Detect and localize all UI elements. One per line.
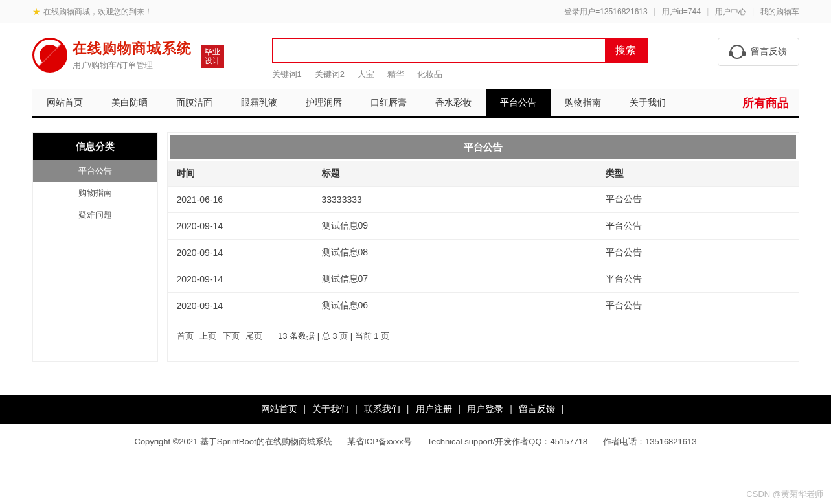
col-type: 类型 [597, 161, 799, 187]
footer-link[interactable]: 网站首页 [261, 404, 297, 414]
sidebar-item[interactable]: 疑难问题 [33, 204, 157, 226]
graduation-badge: 毕业 设计 [201, 45, 224, 68]
sidebar-title: 信息分类 [33, 133, 157, 160]
support: Technical support/开发作者QQ：45157718 [427, 437, 587, 446]
separator: | [654, 7, 655, 16]
nav-item[interactable]: 美白防晒 [97, 89, 162, 116]
feedback-area: 留言反馈 [718, 38, 799, 66]
search-area: 搜索 关键词1关键词2大宝精华化妆品 [272, 38, 648, 80]
page-first[interactable]: 首页 [177, 331, 194, 341]
page-next[interactable]: 下页 [223, 331, 240, 341]
user-id: 用户id=744 [662, 7, 701, 16]
nav-item[interactable]: 网站首页 [32, 89, 97, 116]
user-center-link[interactable]: 用户中心 [715, 7, 746, 16]
cell-type: 平台公告 [597, 293, 799, 319]
col-time: 时间 [168, 161, 313, 187]
nav-item[interactable]: 口红唇膏 [356, 89, 421, 116]
all-products-link[interactable]: 所有商品 [742, 89, 799, 116]
logo-title: 在线购物商城系统 [73, 39, 192, 58]
table-row[interactable]: 2020-09-14测试信息07平台公告 [168, 266, 799, 293]
nav-item[interactable]: 关于我们 [615, 89, 680, 116]
keyword-link[interactable]: 关键词2 [315, 69, 345, 79]
my-cart-link[interactable]: 我的购物车 [760, 7, 799, 16]
col-title: 标题 [313, 161, 597, 187]
topbar: ★ 在线购物商城，欢迎您的到来！ 登录用户=13516821613 | 用户id… [0, 0, 831, 23]
header: 在线购物商城系统 用户/购物车/订单管理 毕业 设计 搜索 关键词1关键词2大宝… [27, 23, 804, 123]
keyword-link[interactable]: 大宝 [358, 69, 374, 79]
cell-time: 2020-09-14 [168, 293, 313, 319]
footer-link[interactable]: 用户登录 [467, 404, 503, 414]
cell-title: 测试信息07 [313, 266, 597, 293]
sidebar-item[interactable]: 平台公告 [33, 160, 157, 182]
login-user: 登录用户=13516821613 [564, 7, 647, 16]
star-icon: ★ [32, 0, 41, 23]
cell-type: 平台公告 [597, 266, 799, 293]
footer-nav: 网站首页|关于我们|联系我们|用户注册|用户登录|留言反馈| [0, 395, 831, 424]
logo-subtitle: 用户/购物车/订单管理 [73, 60, 192, 71]
search-input[interactable] [273, 39, 605, 62]
keyword-row: 关键词1关键词2大宝精华化妆品 [272, 69, 648, 80]
separator: | [707, 7, 709, 16]
content-panel: 平台公告 时间 标题 类型 2021-06-1633333333平台公告2020… [167, 132, 799, 362]
separator: | [562, 404, 564, 414]
logo-area[interactable]: 在线购物商城系统 用户/购物车/订单管理 毕业 设计 [32, 38, 272, 73]
nav-item[interactable]: 护理润唇 [291, 89, 356, 116]
cell-type: 平台公告 [597, 187, 799, 213]
separator: | [304, 404, 306, 414]
sidebar: 信息分类 平台公告购物指南疑难问题 [32, 132, 158, 362]
page-prev[interactable]: 上页 [199, 331, 216, 341]
cell-time: 2021-06-16 [168, 187, 313, 213]
footer-link[interactable]: 用户注册 [416, 404, 452, 414]
logo-icon [32, 38, 67, 73]
table-row[interactable]: 2021-06-1633333333平台公告 [168, 187, 799, 213]
nav-item[interactable]: 面膜洁面 [162, 89, 227, 116]
topbar-right: 登录用户=13516821613 | 用户id=744 | 用户中心 | 我的购… [564, 0, 799, 23]
separator: | [355, 404, 358, 414]
table-row[interactable]: 2020-09-14测试信息09平台公告 [168, 213, 799, 240]
separator: | [510, 404, 512, 414]
cell-time: 2020-09-14 [168, 266, 313, 293]
separator: | [459, 404, 461, 414]
main-content: 信息分类 平台公告购物指南疑难问题 平台公告 时间 标题 类型 2021-06-… [27, 123, 804, 388]
keyword-link[interactable]: 化妆品 [417, 69, 442, 79]
cell-title: 测试信息06 [313, 293, 597, 319]
nav-item[interactable]: 眼霜乳液 [227, 89, 291, 116]
footer-link[interactable]: 关于我们 [312, 404, 348, 414]
nav-item[interactable]: 平台公告 [486, 89, 551, 116]
sidebar-item[interactable]: 购物指南 [33, 182, 157, 204]
nav-item[interactable]: 购物指南 [551, 89, 615, 116]
cell-title: 33333333 [313, 187, 597, 213]
author-phone: 作者电话：13516821613 [603, 437, 697, 446]
welcome-area: ★ 在线购物商城，欢迎您的到来！ [32, 0, 152, 23]
keyword-link[interactable]: 精华 [387, 69, 404, 79]
separator: | [407, 404, 409, 414]
keyword-link[interactable]: 关键词1 [272, 69, 302, 79]
table-row[interactable]: 2020-09-14测试信息08平台公告 [168, 240, 799, 266]
footer-link[interactable]: 联系我们 [364, 404, 400, 414]
announcement-table: 时间 标题 类型 2021-06-1633333333平台公告2020-09-1… [168, 161, 799, 319]
headset-icon [730, 45, 744, 59]
badge-line2: 设计 [205, 56, 220, 65]
feedback-button[interactable]: 留言反馈 [718, 38, 799, 66]
cell-title: 测试信息08 [313, 240, 597, 266]
cell-type: 平台公告 [597, 240, 799, 266]
main-nav: 网站首页美白防晒面膜洁面眼霜乳液护理润唇口红唇膏香水彩妆平台公告购物指南关于我们… [32, 89, 799, 118]
cell-time: 2020-09-14 [168, 240, 313, 266]
cell-time: 2020-09-14 [168, 213, 313, 240]
badge-line1: 毕业 [205, 47, 220, 56]
cell-type: 平台公告 [597, 213, 799, 240]
footer-info: Copyright ©2021 基于SprintBoot的在线购物商城系统 某省… [0, 424, 831, 474]
icp: 某省ICP备xxxx号 [347, 437, 412, 446]
nav-item[interactable]: 香水彩妆 [421, 89, 486, 116]
feedback-label: 留言反馈 [751, 46, 787, 58]
cell-title: 测试信息09 [313, 213, 597, 240]
page-info: 13 条数据 | 总 3 页 | 当前 1 页 [278, 331, 389, 341]
separator: | [752, 7, 754, 16]
page-last[interactable]: 尾页 [245, 331, 262, 341]
search-button[interactable]: 搜索 [605, 39, 646, 62]
panel-title: 平台公告 [170, 135, 796, 159]
pagination: 首页 上页 下页 尾页 13 条数据 | 总 3 页 | 当前 1 页 [168, 319, 799, 342]
copyright: Copyright ©2021 基于SprintBoot的在线购物商城系统 [135, 437, 332, 446]
table-row[interactable]: 2020-09-14测试信息06平台公告 [168, 293, 799, 319]
footer-link[interactable]: 留言反馈 [519, 404, 555, 414]
